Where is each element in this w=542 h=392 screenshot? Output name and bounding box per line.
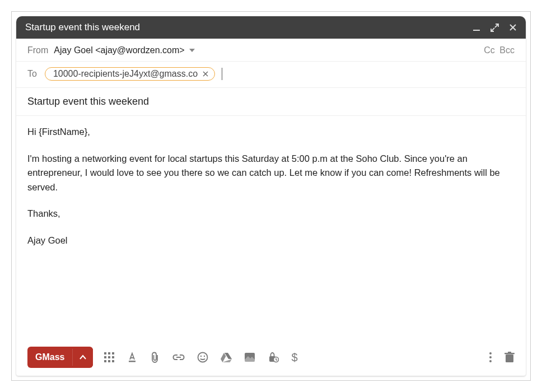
from-label: From — [27, 45, 48, 55]
svg-rect-4 — [104, 356, 106, 358]
svg-rect-1 — [104, 352, 106, 354]
email-body[interactable]: Hi {FirstName}, I'm hosting a networking… — [16, 116, 526, 340]
drive-icon[interactable] — [221, 352, 232, 362]
to-label: To — [27, 69, 37, 79]
bcc-link[interactable]: Bcc — [499, 45, 515, 55]
remove-recipient-icon[interactable] — [201, 71, 210, 77]
text-format-icon[interactable] — [127, 352, 138, 363]
svg-rect-7 — [104, 360, 106, 362]
confidential-mode-icon[interactable] — [268, 352, 279, 363]
toolbar: GMass — [16, 340, 526, 376]
cc-link[interactable]: Cc — [484, 45, 495, 55]
gmass-label: GMass — [27, 347, 72, 368]
subject-input[interactable]: Startup event this weekend — [27, 96, 515, 108]
recipient-email: 10000-recipients-jeJ4yxt@gmass.co — [53, 69, 198, 79]
svg-rect-21 — [506, 354, 513, 362]
svg-rect-6 — [112, 356, 114, 358]
body-thanks: Thanks, — [27, 207, 515, 221]
svg-rect-3 — [112, 352, 114, 354]
from-row: From Ajay Goel <ajay@wordzen.com> Cc Bcc — [16, 39, 526, 62]
from-dropdown-icon[interactable] — [189, 49, 195, 52]
svg-rect-10 — [129, 361, 136, 362]
svg-rect-9 — [112, 360, 114, 362]
svg-point-12 — [200, 356, 202, 357]
link-icon[interactable] — [172, 354, 185, 361]
close-icon[interactable] — [509, 24, 517, 31]
svg-point-13 — [204, 356, 205, 357]
gmass-button[interactable]: GMass — [27, 347, 93, 368]
subject-row: Startup event this weekend — [16, 88, 526, 116]
emoji-icon[interactable] — [197, 352, 208, 363]
body-signature: Ajay Goel — [27, 234, 515, 248]
svg-point-20 — [489, 360, 492, 362]
expand-icon[interactable] — [490, 24, 499, 32]
svg-rect-5 — [108, 356, 110, 358]
svg-rect-8 — [108, 360, 110, 362]
window-title: Startup event this weekend — [25, 22, 140, 33]
body-greeting: Hi {FirstName}, — [27, 125, 515, 139]
svg-rect-23 — [508, 352, 511, 353]
svg-rect-0 — [473, 30, 480, 31]
window-controls — [473, 24, 517, 32]
more-options-icon[interactable] — [489, 352, 492, 363]
dollar-icon[interactable]: $ — [291, 351, 297, 364]
to-row: To 10000-recipients-jeJ4yxt@gmass.co — [16, 62, 526, 88]
body-paragraph: I'm hosting a networking event for local… — [27, 152, 515, 195]
recipient-chip[interactable]: 10000-recipients-jeJ4yxt@gmass.co — [45, 67, 215, 81]
svg-point-18 — [489, 352, 492, 354]
svg-point-11 — [198, 353, 208, 362]
titlebar: Startup event this weekend — [16, 16, 526, 39]
apps-grid-icon[interactable] — [104, 352, 114, 362]
from-value: Ajay Goel <ajay@wordzen.com> — [54, 45, 184, 55]
svg-rect-2 — [108, 352, 110, 354]
minimize-icon[interactable] — [473, 24, 480, 31]
gmass-dropdown-icon[interactable] — [72, 349, 93, 366]
to-input-cursor[interactable] — [222, 68, 222, 80]
cc-bcc-toggle[interactable]: Cc Bcc — [482, 45, 515, 55]
svg-point-19 — [489, 356, 492, 358]
image-icon[interactable] — [244, 352, 255, 362]
delete-icon[interactable] — [504, 352, 515, 363]
attachment-icon[interactable] — [150, 352, 160, 363]
compose-window: Startup event this weekend — [16, 16, 526, 376]
